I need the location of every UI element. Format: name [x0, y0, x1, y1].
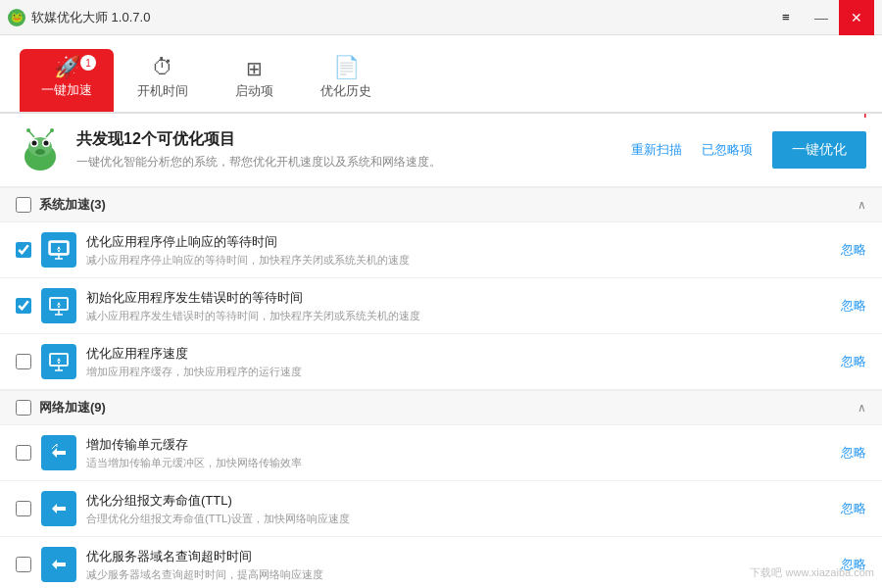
item-ignore-sys-3[interactable]: 忽略	[841, 353, 866, 370]
info-title: 共发现12个可优化项目	[76, 129, 619, 150]
section-header-network: 网络加速(9) ∧	[0, 390, 882, 425]
svg-point-8	[26, 128, 30, 132]
svg-point-6	[35, 149, 45, 155]
minimize-icon: —	[814, 10, 828, 25]
titlebar: 🐸 软媒优化大师 1.0.7.0 ≡ — ✕	[0, 0, 882, 35]
info-actions: 重新扫描 已忽略项 一键优化 ↑	[631, 131, 866, 169]
item-checkbox-sys-2[interactable]	[16, 298, 31, 314]
item-ignore-sys-2[interactable]: 忽略	[841, 297, 866, 315]
item-icon-sys-3	[41, 344, 76, 379]
close-button[interactable]: ✕	[839, 0, 874, 35]
nav-tabs: 1 🚀 一键加速 ⏱ 开机时间 ⊞ 启动项 📄 优化历史	[20, 49, 395, 112]
info-subtitle: 一键优化智能分析您的系统，帮您优化开机速度以及系统和网络速度。	[76, 154, 619, 171]
tab-boot-icon: ⏱	[152, 57, 173, 78]
list-area[interactable]: 系统加速(3) ∧ 优化应用程序停止响应的等待时间 减小应用程序	[0, 187, 882, 583]
item-content-net-3: 优化服务器域名查询超时时间 减少服务器域名查询超时时间，提高网络响应速度	[86, 548, 831, 582]
section-collapse-system[interactable]: ∧	[858, 198, 866, 212]
item-ignore-sys-1[interactable]: 忽略	[841, 241, 866, 259]
info-text: 共发现12个可优化项目 一键优化智能分析您的系统，帮您优化开机速度以及系统和网络…	[76, 129, 619, 171]
tab-boot-label: 开机时间	[137, 82, 188, 100]
menu-icon: ≡	[782, 10, 790, 24]
list-item: 优化应用程序停止响应的等待时间 减小应用程序停止响应的等待时间，加快程序关闭或系…	[0, 222, 882, 278]
item-content-net-2: 优化分组报文寿命值(TTL) 合理优化分组报文寿命值(TTL)设置，加快网络响应…	[86, 492, 831, 526]
list-item: 优化服务器域名查询超时时间 减少服务器域名查询超时时间，提高网络响应速度 忽略	[0, 537, 882, 583]
svg-point-5	[44, 141, 49, 146]
tab-speed-badge: 1	[80, 55, 96, 71]
tab-history-label: 优化历史	[320, 82, 371, 100]
item-checkbox-net-3[interactable]	[16, 557, 31, 572]
main-content: 共发现12个可优化项目 一键优化智能分析您的系统，帮您优化开机速度以及系统和网络…	[0, 114, 882, 588]
tab-speed-icon: 🚀	[54, 57, 80, 78]
section-checkbox-network[interactable]	[16, 400, 31, 416]
item-checkbox-net-2[interactable]	[16, 501, 31, 516]
item-ignore-net-1[interactable]: 忽略	[841, 444, 866, 462]
tab-startup-label: 启动项	[235, 82, 273, 100]
item-icon-net-3	[41, 547, 76, 582]
list-item: 优化应用程序速度 增加应用程序缓存，加快应用程序的运行速度 忽略	[0, 334, 882, 390]
titlebar-left: 🐸 软媒优化大师 1.0.7.0	[8, 9, 150, 26]
item-checkbox-net-1[interactable]	[16, 445, 31, 461]
item-content-sys-3: 优化应用程序速度 增加应用程序缓存，加快应用程序的运行速度	[86, 345, 831, 379]
item-checkbox-sys-3[interactable]	[16, 354, 31, 369]
rescan-link[interactable]: 重新扫描	[631, 141, 682, 159]
list-item: 初始化应用程序发生错误时的等待时间 减小应用程序发生错误时的等待时间，加快程序关…	[0, 278, 882, 334]
tab-speed-label: 一键加速	[41, 81, 92, 99]
arrow-container: 一键优化 ↑	[772, 131, 866, 169]
menu-button[interactable]: ≡	[768, 0, 804, 35]
red-arrow-icon: ↑	[857, 114, 874, 122]
item-icon-sys-2	[41, 288, 76, 323]
section-title-system: 系统加速(3)	[16, 196, 106, 214]
app-icon: 🐸	[8, 9, 25, 26]
tab-startup-icon: ⊞	[246, 59, 263, 78]
list-item: 优化分组报文寿命值(TTL) 合理优化分组报文寿命值(TTL)设置，加快网络响应…	[0, 481, 882, 537]
section-collapse-network[interactable]: ∧	[858, 401, 866, 415]
svg-point-10	[50, 128, 54, 132]
tab-history-icon: 📄	[333, 57, 360, 78]
tab-speed[interactable]: 1 🚀 一键加速	[20, 49, 114, 112]
svg-point-17	[58, 306, 60, 308]
mascot	[16, 125, 65, 174]
app-title: 软媒优化大师 1.0.7.0	[31, 9, 150, 26]
item-ignore-net-2[interactable]: 忽略	[841, 500, 866, 517]
tab-history[interactable]: 📄 优化历史	[297, 49, 395, 112]
minimize-button[interactable]: —	[804, 0, 839, 35]
close-icon: ✕	[851, 10, 862, 25]
section-header-system: 系统加速(3) ∧	[0, 187, 882, 222]
svg-point-14	[58, 250, 60, 252]
item-content-net-1: 增加传输单元缓存 适当增加传输单元缓冲区，加快网络传输效率	[86, 436, 831, 470]
info-bar: 共发现12个可优化项目 一键优化智能分析您的系统，帮您优化开机速度以及系统和网络…	[0, 114, 882, 187]
section-checkbox-system[interactable]	[16, 197, 31, 213]
item-ignore-net-3[interactable]: 忽略	[841, 556, 866, 573]
item-checkbox-sys-1[interactable]	[16, 242, 31, 258]
item-icon-net-1	[41, 435, 76, 470]
item-icon-net-2	[41, 491, 76, 526]
nav-bar: 1 🚀 一键加速 ⏱ 开机时间 ⊞ 启动项 📄 优化历史	[0, 35, 882, 114]
tab-boot[interactable]: ⏱ 开机时间	[114, 49, 212, 112]
ignore-link[interactable]: 已忽略项	[702, 141, 753, 159]
optimize-button[interactable]: 一键优化	[772, 131, 866, 169]
item-content-sys-1: 优化应用程序停止响应的等待时间 减小应用程序停止响应的等待时间，加快程序关闭或系…	[86, 233, 831, 268]
item-icon-sys-1	[41, 232, 76, 268]
tab-startup[interactable]: ⊞ 启动项	[212, 49, 297, 112]
svg-point-20	[58, 362, 60, 364]
svg-point-3	[32, 141, 37, 146]
item-content-sys-2: 初始化应用程序发生错误时的等待时间 减小应用程序发生错误时的等待时间，加快程序关…	[86, 289, 831, 323]
titlebar-controls: ≡ — ✕	[768, 0, 874, 35]
list-item: 增加传输单元缓存 适当增加传输单元缓冲区，加快网络传输效率 忽略	[0, 425, 882, 481]
section-title-network: 网络加速(9)	[16, 399, 106, 416]
